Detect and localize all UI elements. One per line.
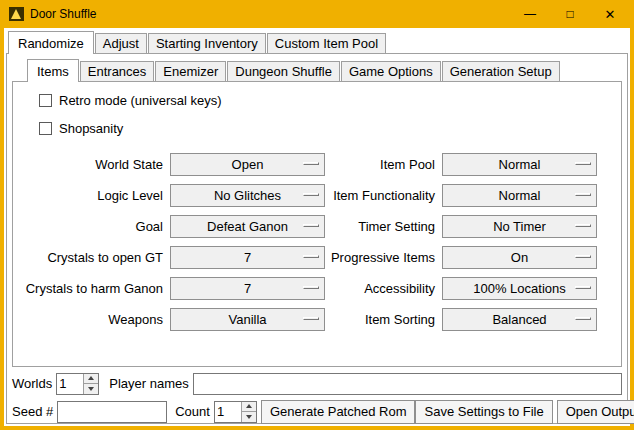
logic-level-value: No Glitches <box>214 188 281 203</box>
spinner-arrows <box>83 374 98 394</box>
titlebar: Door Shuffle — □ ✕ <box>4 0 630 28</box>
worlds-label: Worlds <box>12 376 52 391</box>
options-grid: World State Open Item Pool Normal Logic … <box>13 149 621 335</box>
field-row: World State Open Item Pool Normal <box>13 149 621 180</box>
tab-generation-setup[interactable]: Generation Setup <box>442 61 560 81</box>
weapons-value: Vanilla <box>228 312 266 327</box>
maximize-button[interactable]: □ <box>550 0 590 28</box>
window-controls: — □ ✕ <box>510 0 630 28</box>
weapons-label: Weapons <box>13 312 163 327</box>
tab-items[interactable]: Items <box>27 59 79 82</box>
seed-row: Seed # Count Generate Patched Rom Save S… <box>12 400 622 423</box>
dropdown-indicator-icon <box>575 193 591 196</box>
goal-dropdown[interactable]: Defeat Ganon <box>170 215 325 238</box>
checkbox-icon[interactable] <box>39 94 52 107</box>
app-icon <box>9 7 24 21</box>
shopsanity-label: Shopsanity <box>59 121 123 136</box>
retro-mode-checkbox[interactable]: Retro mode (universal keys) <box>39 92 621 108</box>
crystals-gt-dropdown[interactable]: 7 <box>170 246 325 269</box>
tab-game-options[interactable]: Game Options <box>341 61 441 81</box>
item-sorting-value: Balanced <box>492 312 546 327</box>
save-settings-button[interactable]: Save Settings to File <box>415 400 552 424</box>
client-area: Randomize Adjust Starting Inventory Cust… <box>4 28 630 426</box>
dropdown-indicator-icon <box>303 193 319 196</box>
progressive-items-value: On <box>511 250 528 265</box>
close-button[interactable]: ✕ <box>590 0 630 28</box>
outer-tab-bar: Randomize Adjust Starting Inventory Cust… <box>4 31 630 53</box>
crystals-ganon-value: 7 <box>244 281 251 296</box>
dropdown-indicator-icon <box>575 162 591 165</box>
tab-entrances[interactable]: Entrances <box>80 61 155 81</box>
progressive-items-dropdown[interactable]: On <box>442 246 597 269</box>
spin-down-icon[interactable] <box>242 411 256 422</box>
spin-up-icon[interactable] <box>84 374 98 384</box>
generate-rom-button[interactable]: Generate Patched Rom <box>261 400 416 424</box>
dropdown-indicator-icon <box>303 224 319 227</box>
weapons-dropdown[interactable]: Vanilla <box>170 308 325 331</box>
timer-setting-label: Timer Setting <box>327 219 435 234</box>
seed-input[interactable] <box>57 401 167 423</box>
accessibility-dropdown[interactable]: 100% Locations <box>442 277 597 300</box>
retro-mode-label: Retro mode (universal keys) <box>59 93 222 108</box>
tab-enemizer[interactable]: Enemizer <box>155 61 226 81</box>
accessibility-value: 100% Locations <box>473 281 566 296</box>
goal-value: Defeat Ganon <box>207 219 288 234</box>
dropdown-indicator-icon <box>303 162 319 165</box>
spin-up-icon[interactable] <box>242 402 256 412</box>
window-title: Door Shuffle <box>30 7 97 21</box>
count-input[interactable] <box>215 402 241 422</box>
field-row: Crystals to open GT 7 Progressive Items … <box>13 242 621 273</box>
dropdown-indicator-icon <box>303 255 319 258</box>
item-pool-value: Normal <box>499 157 541 172</box>
worlds-input[interactable] <box>57 374 83 394</box>
progressive-items-label: Progressive Items <box>327 250 435 265</box>
worlds-spinner[interactable] <box>56 373 99 395</box>
world-state-value: Open <box>232 157 264 172</box>
open-output-button[interactable]: Open Output Directory <box>557 400 634 424</box>
player-names-input[interactable] <box>193 373 622 395</box>
tab-custom-item-pool[interactable]: Custom Item Pool <box>267 33 386 53</box>
field-row: Logic Level No Glitches Item Functionali… <box>13 180 621 211</box>
field-row: Weapons Vanilla Item Sorting Balanced <box>13 304 621 335</box>
item-sorting-label: Item Sorting <box>327 312 435 327</box>
count-spinner[interactable] <box>214 401 257 423</box>
dropdown-indicator-icon <box>575 317 591 320</box>
minimize-button[interactable]: — <box>510 0 550 28</box>
shopsanity-checkbox[interactable]: Shopsanity <box>39 120 621 136</box>
item-sorting-dropdown[interactable]: Balanced <box>442 308 597 331</box>
player-names-label: Player names <box>109 376 188 391</box>
spinner-arrows <box>241 402 256 422</box>
app-window: Door Shuffle — □ ✕ Randomize Adjust Star… <box>0 0 634 430</box>
spin-down-icon[interactable] <box>84 383 98 394</box>
dropdown-indicator-icon <box>303 317 319 320</box>
item-pool-dropdown[interactable]: Normal <box>442 153 597 176</box>
logic-level-dropdown[interactable]: No Glitches <box>170 184 325 207</box>
tab-dungeon-shuffle[interactable]: Dungeon Shuffle <box>227 61 340 81</box>
timer-setting-dropdown[interactable]: No Timer <box>442 215 597 238</box>
item-functionality-dropdown[interactable]: Normal <box>442 184 597 207</box>
item-functionality-value: Normal <box>499 188 541 203</box>
tab-starting-inventory[interactable]: Starting Inventory <box>148 33 266 53</box>
checkbox-icon[interactable] <box>39 122 52 135</box>
tab-adjust[interactable]: Adjust <box>95 33 147 53</box>
worlds-row: Worlds Player names <box>12 372 622 395</box>
crystals-gt-value: 7 <box>244 250 251 265</box>
dropdown-indicator-icon <box>575 286 591 289</box>
logic-level-label: Logic Level <box>13 188 163 203</box>
maximize-icon: □ <box>566 7 573 21</box>
item-pool-label: Item Pool <box>327 157 435 172</box>
dropdown-indicator-icon <box>575 255 591 258</box>
item-functionality-label: Item Functionality <box>327 188 435 203</box>
field-row: Crystals to harm Ganon 7 Accessibility 1… <box>13 273 621 304</box>
field-row: Goal Defeat Ganon Timer Setting No Timer <box>13 211 621 242</box>
randomize-pane: Items Entrances Enemizer Dungeon Shuffle… <box>6 53 628 424</box>
goal-label: Goal <box>13 219 163 234</box>
timer-setting-value: No Timer <box>493 219 546 234</box>
items-pane: Retro mode (universal keys) Shopsanity W… <box>12 81 622 367</box>
dropdown-indicator-icon <box>575 224 591 227</box>
crystals-gt-label: Crystals to open GT <box>13 250 163 265</box>
crystals-ganon-dropdown[interactable]: 7 <box>170 277 325 300</box>
tab-randomize[interactable]: Randomize <box>8 31 94 54</box>
dropdown-indicator-icon <box>303 286 319 289</box>
world-state-dropdown[interactable]: Open <box>170 153 325 176</box>
